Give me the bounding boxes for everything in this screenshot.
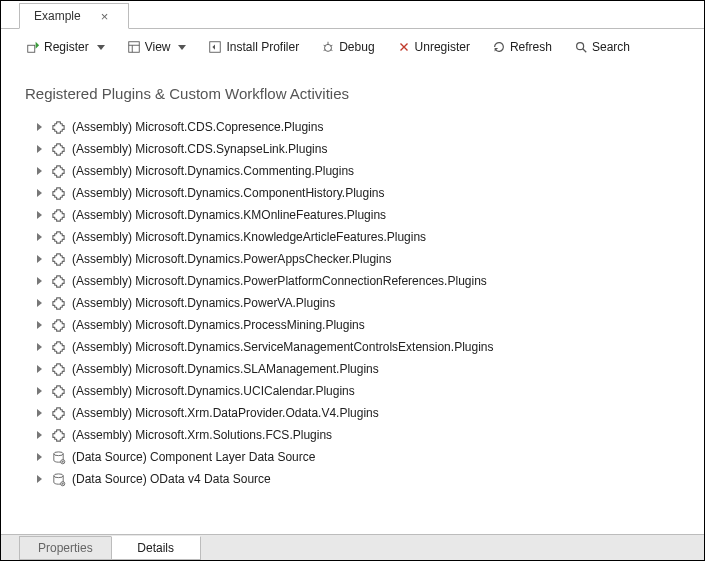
view-icon bbox=[127, 40, 141, 54]
view-button[interactable]: View bbox=[120, 37, 194, 57]
expander-icon[interactable] bbox=[37, 321, 42, 329]
svg-rect-0 bbox=[28, 45, 35, 52]
tree-row[interactable]: (Data Source) Component Layer Data Sourc… bbox=[37, 446, 696, 468]
search-icon bbox=[574, 40, 588, 54]
content-area: Registered Plugins & Custom Workflow Act… bbox=[1, 65, 704, 534]
tree-row-label: (Assembly) Microsoft.Dynamics.PowerAppsC… bbox=[72, 252, 391, 266]
expander-icon[interactable] bbox=[37, 167, 42, 175]
expander-icon[interactable] bbox=[37, 277, 42, 285]
assembly-icon bbox=[50, 251, 66, 267]
svg-point-11 bbox=[577, 43, 584, 50]
tree-row-label: (Data Source) OData v4 Data Source bbox=[72, 472, 271, 486]
debug-icon bbox=[321, 40, 335, 54]
debug-label: Debug bbox=[339, 40, 374, 54]
tab-properties-label: Properties bbox=[38, 541, 93, 555]
svg-rect-1 bbox=[128, 42, 139, 53]
assembly-icon bbox=[50, 185, 66, 201]
install-profiler-label: Install Profiler bbox=[226, 40, 299, 54]
tree-row[interactable]: (Assembly) Microsoft.Dynamics.SLAManagem… bbox=[37, 358, 696, 380]
assembly-icon bbox=[50, 383, 66, 399]
search-button[interactable]: Search bbox=[567, 37, 637, 57]
tree-row[interactable]: (Assembly) Microsoft.Dynamics.UCICalenda… bbox=[37, 380, 696, 402]
tree-row-label: (Assembly) Microsoft.Dynamics.UCICalenda… bbox=[72, 384, 355, 398]
plugin-registration-window: Example × Register View Install Profiler bbox=[0, 0, 705, 561]
svg-point-13 bbox=[53, 451, 62, 455]
expander-icon[interactable] bbox=[37, 299, 42, 307]
refresh-label: Refresh bbox=[510, 40, 552, 54]
tree-row-label: (Assembly) Microsoft.Dynamics.ComponentH… bbox=[72, 186, 385, 200]
svg-line-12 bbox=[583, 49, 587, 53]
tree-row[interactable]: (Assembly) Microsoft.Dynamics.KMOnlineFe… bbox=[37, 204, 696, 226]
tree-row-label: (Assembly) Microsoft.Dynamics.KMOnlineFe… bbox=[72, 208, 386, 222]
expander-icon[interactable] bbox=[37, 453, 42, 461]
expander-icon[interactable] bbox=[37, 233, 42, 241]
expander-icon[interactable] bbox=[37, 189, 42, 197]
tree-row[interactable]: (Assembly) Microsoft.Dynamics.PowerVA.Pl… bbox=[37, 292, 696, 314]
register-icon bbox=[26, 40, 40, 54]
tree-row[interactable]: (Assembly) Microsoft.Xrm.DataProvider.Od… bbox=[37, 402, 696, 424]
assembly-icon bbox=[50, 295, 66, 311]
tree-row-label: (Assembly) Microsoft.Dynamics.PowerPlatf… bbox=[72, 274, 487, 288]
expander-icon[interactable] bbox=[37, 255, 42, 263]
document-tab-label: Example bbox=[34, 9, 81, 23]
expander-icon[interactable] bbox=[37, 365, 42, 373]
tab-properties[interactable]: Properties bbox=[19, 536, 111, 560]
tree-row[interactable]: (Data Source) OData v4 Data Source bbox=[37, 468, 696, 490]
unregister-button[interactable]: Unregister bbox=[390, 37, 477, 57]
install-profiler-button[interactable]: Install Profiler bbox=[201, 37, 306, 57]
expander-icon[interactable] bbox=[37, 211, 42, 219]
unregister-icon bbox=[397, 40, 411, 54]
assembly-icon bbox=[50, 119, 66, 135]
assembly-icon bbox=[50, 405, 66, 421]
tree-row-label: (Assembly) Microsoft.Dynamics.KnowledgeA… bbox=[72, 230, 426, 244]
assembly-icon bbox=[50, 229, 66, 245]
expander-icon[interactable] bbox=[37, 343, 42, 351]
toolbar: Register View Install Profiler Debug bbox=[1, 29, 704, 65]
expander-icon[interactable] bbox=[37, 387, 42, 395]
tree-row-label: (Data Source) Component Layer Data Sourc… bbox=[72, 450, 315, 464]
tree-row[interactable]: (Assembly) Microsoft.Dynamics.PowerAppsC… bbox=[37, 248, 696, 270]
register-button[interactable]: Register bbox=[19, 37, 112, 57]
bottom-tabstrip: Properties Details bbox=[1, 534, 704, 560]
tab-details-label: Details bbox=[137, 541, 174, 555]
tree-row[interactable]: (Assembly) Microsoft.Dynamics.ProcessMin… bbox=[37, 314, 696, 336]
expander-icon[interactable] bbox=[37, 145, 42, 153]
datasource-icon bbox=[50, 449, 66, 465]
close-tab-icon[interactable]: × bbox=[101, 10, 109, 23]
tree-row[interactable]: (Assembly) Microsoft.Dynamics.KnowledgeA… bbox=[37, 226, 696, 248]
tree-row[interactable]: (Assembly) Microsoft.Dynamics.PowerPlatf… bbox=[37, 270, 696, 292]
view-label: View bbox=[145, 40, 171, 54]
tree-row-label: (Assembly) Microsoft.Xrm.DataProvider.Od… bbox=[72, 406, 379, 420]
expander-icon[interactable] bbox=[37, 475, 42, 483]
tree-row[interactable]: (Assembly) Microsoft.CDS.Copresence.Plug… bbox=[37, 116, 696, 138]
tree-row-label: (Assembly) Microsoft.Dynamics.ServiceMan… bbox=[72, 340, 494, 354]
search-label: Search bbox=[592, 40, 630, 54]
tree-row[interactable]: (Assembly) Microsoft.CDS.SynapseLink.Plu… bbox=[37, 138, 696, 160]
tree-row-label: (Assembly) Microsoft.CDS.SynapseLink.Plu… bbox=[72, 142, 327, 156]
document-tab-example[interactable]: Example × bbox=[19, 3, 129, 29]
svg-point-15 bbox=[53, 473, 62, 477]
tree-row-label: (Assembly) Microsoft.Xrm.Solutions.FCS.P… bbox=[72, 428, 332, 442]
assembly-icon bbox=[50, 317, 66, 333]
expander-icon[interactable] bbox=[37, 123, 42, 131]
chevron-down-icon bbox=[97, 45, 105, 50]
assembly-icon bbox=[50, 163, 66, 179]
tree-row-label: (Assembly) Microsoft.Dynamics.Commenting… bbox=[72, 164, 354, 178]
tab-details[interactable]: Details bbox=[111, 536, 201, 560]
tree-row[interactable]: (Assembly) Microsoft.Dynamics.ComponentH… bbox=[37, 182, 696, 204]
datasource-icon bbox=[50, 471, 66, 487]
refresh-button[interactable]: Refresh bbox=[485, 37, 559, 57]
chevron-down-icon bbox=[178, 45, 186, 50]
expander-icon[interactable] bbox=[37, 431, 42, 439]
tree-row[interactable]: (Assembly) Microsoft.Dynamics.ServiceMan… bbox=[37, 336, 696, 358]
register-label: Register bbox=[44, 40, 89, 54]
document-tabstrip: Example × bbox=[1, 1, 704, 29]
assembly-icon bbox=[50, 361, 66, 377]
plugin-tree: (Assembly) Microsoft.CDS.Copresence.Plug… bbox=[9, 116, 696, 490]
debug-button[interactable]: Debug bbox=[314, 37, 381, 57]
expander-icon[interactable] bbox=[37, 409, 42, 417]
install-profiler-icon bbox=[208, 40, 222, 54]
tree-row[interactable]: (Assembly) Microsoft.Xrm.Solutions.FCS.P… bbox=[37, 424, 696, 446]
tree-row-label: (Assembly) Microsoft.Dynamics.SLAManagem… bbox=[72, 362, 379, 376]
tree-row[interactable]: (Assembly) Microsoft.Dynamics.Commenting… bbox=[37, 160, 696, 182]
